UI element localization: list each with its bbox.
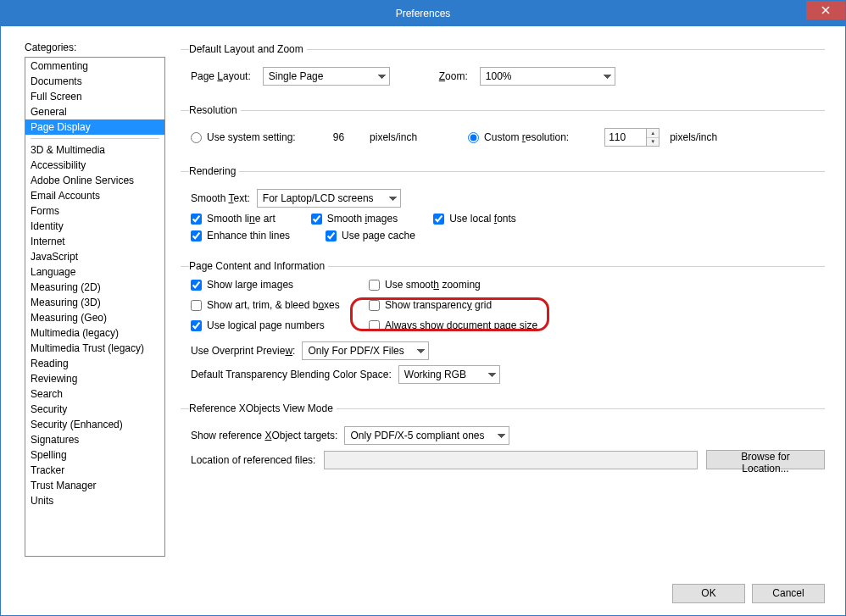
category-item[interactable]: Measuring (3D): [25, 295, 164, 310]
pixels-inch-2: pixels/inch: [670, 131, 717, 143]
settings-column: Default Layout and Zoom Page Layout: Sin…: [181, 42, 825, 571]
content-area: Categories: CommentingDocumentsFull Scre…: [1, 26, 845, 571]
category-item[interactable]: Email Accounts: [25, 188, 164, 203]
category-item[interactable]: Reading: [25, 356, 164, 371]
smooth-text-label: Smooth Text:: [191, 192, 250, 204]
categories-label: Categories:: [25, 42, 165, 53]
zoom-label: Zoom:: [439, 70, 468, 82]
check-transparency-grid[interactable]: Show transparency grid: [369, 299, 555, 311]
check-smooth-images[interactable]: Smooth images: [311, 213, 398, 225]
close-icon: [821, 6, 830, 14]
location-label: Location of referenced files:: [191, 454, 315, 466]
overprint-label: Use Overprint Preview:: [191, 345, 295, 357]
category-item[interactable]: Measuring (Geo): [25, 310, 164, 325]
check-art-trim-bleed[interactable]: Show art, trim, & bleed boxes: [191, 299, 369, 311]
category-item[interactable]: 3D & Multimedia: [25, 142, 164, 158]
category-item[interactable]: General: [25, 104, 164, 119]
smooth-text-select[interactable]: For Laptop/LCD screens: [257, 189, 401, 208]
custom-res-input[interactable]: [604, 128, 647, 147]
category-item[interactable]: Page Display: [25, 119, 164, 135]
check-smooth-line-art[interactable]: Smooth line art: [191, 213, 276, 225]
category-item[interactable]: Forms: [25, 203, 164, 219]
xobject-targets-label: Show reference XObject targets:: [191, 430, 337, 441]
blend-label: Default Transparency Blending Color Spac…: [191, 369, 392, 380]
check-always-show-doc-size[interactable]: Always show document page size: [369, 319, 555, 331]
window-title: Preferences: [396, 8, 451, 19]
category-item[interactable]: Signatures: [25, 432, 164, 447]
category-item[interactable]: Adobe Online Services: [25, 173, 164, 188]
legend-xobjects: Reference XObjects View Mode: [189, 402, 337, 414]
custom-res-spinner[interactable]: ▲ ▼: [604, 128, 660, 147]
category-item[interactable]: Language: [25, 264, 164, 280]
browse-location-button[interactable]: Browse for Location...: [706, 450, 825, 469]
categories-column: Categories: CommentingDocumentsFull Scre…: [25, 42, 165, 571]
legend-layout-zoom: Default Layout and Zoom: [189, 43, 307, 55]
category-item[interactable]: Accessibility: [25, 158, 164, 173]
group-page-content: Page Content and Information Show large …: [181, 260, 825, 394]
group-layout-zoom: Default Layout and Zoom Page Layout: Sin…: [181, 43, 825, 96]
preferences-window: Preferences Categories: CommentingDocume…: [0, 0, 846, 616]
page-layout-select[interactable]: Single Page: [263, 67, 390, 86]
category-separator: [31, 138, 159, 139]
group-rendering: Rendering Smooth Text: For Laptop/LCD sc…: [181, 165, 825, 252]
category-item[interactable]: Multimedia Trust (legacy): [25, 341, 164, 356]
page-layout-label: Page Layout:: [191, 70, 251, 82]
xobject-targets-select[interactable]: Only PDF/X-5 compliant ones: [344, 426, 509, 445]
blend-select[interactable]: Working RGB: [398, 365, 500, 384]
check-smooth-zooming[interactable]: Use smooth zooming: [369, 279, 555, 291]
ok-button[interactable]: OK: [672, 584, 745, 603]
system-res-value: 96: [333, 131, 344, 143]
category-item[interactable]: Tracker: [25, 463, 164, 478]
category-item[interactable]: Identity: [25, 219, 164, 234]
radio-system-setting[interactable]: Use system setting:: [191, 131, 296, 143]
group-resolution: Resolution Use system setting: 96 pixels…: [181, 104, 825, 157]
category-item[interactable]: Reviewing: [25, 371, 164, 386]
spinner-up-icon[interactable]: ▲: [647, 129, 659, 138]
cancel-button[interactable]: Cancel: [752, 584, 825, 603]
check-show-large-images[interactable]: Show large images: [191, 279, 369, 291]
category-item[interactable]: Full Screen: [25, 89, 164, 104]
category-item[interactable]: Multimedia (legacy): [25, 325, 164, 341]
titlebar: Preferences: [1, 1, 845, 26]
category-item[interactable]: Documents: [25, 74, 164, 89]
radio-custom-resolution[interactable]: Custom resolution:: [468, 131, 569, 143]
category-item[interactable]: Measuring (2D): [25, 280, 164, 295]
category-item[interactable]: JavaScript: [25, 249, 164, 264]
dialog-footer: OK Cancel: [1, 571, 845, 615]
legend-page-content: Page Content and Information: [189, 260, 328, 272]
check-enhance-thin-lines[interactable]: Enhance thin lines: [191, 230, 290, 241]
legend-resolution: Resolution: [189, 104, 241, 116]
pixels-inch-1: pixels/inch: [370, 131, 417, 143]
category-item[interactable]: Trust Manager: [25, 478, 164, 493]
category-item[interactable]: Security (Enhanced): [25, 417, 164, 432]
category-item[interactable]: Internet: [25, 234, 164, 249]
categories-list[interactable]: CommentingDocumentsFull ScreenGeneralPag…: [25, 57, 165, 557]
category-item[interactable]: Spelling: [25, 447, 164, 463]
zoom-select[interactable]: 100%: [480, 67, 615, 86]
category-item[interactable]: Units: [25, 493, 164, 508]
check-use-page-cache[interactable]: Use page cache: [326, 230, 415, 241]
spinner-down-icon[interactable]: ▼: [647, 138, 659, 147]
close-button[interactable]: [806, 1, 845, 19]
check-use-local-fonts[interactable]: Use local fonts: [433, 213, 516, 225]
category-item[interactable]: Search: [25, 386, 164, 402]
category-item[interactable]: Commenting: [25, 58, 164, 74]
location-input[interactable]: [324, 451, 698, 469]
category-item[interactable]: Security: [25, 402, 164, 417]
group-xobjects: Reference XObjects View Mode Show refere…: [181, 402, 825, 480]
check-logical-page-numbers[interactable]: Use logical page numbers: [191, 319, 369, 331]
legend-rendering: Rendering: [189, 165, 239, 177]
overprint-select[interactable]: Only For PDF/X Files: [302, 341, 429, 360]
